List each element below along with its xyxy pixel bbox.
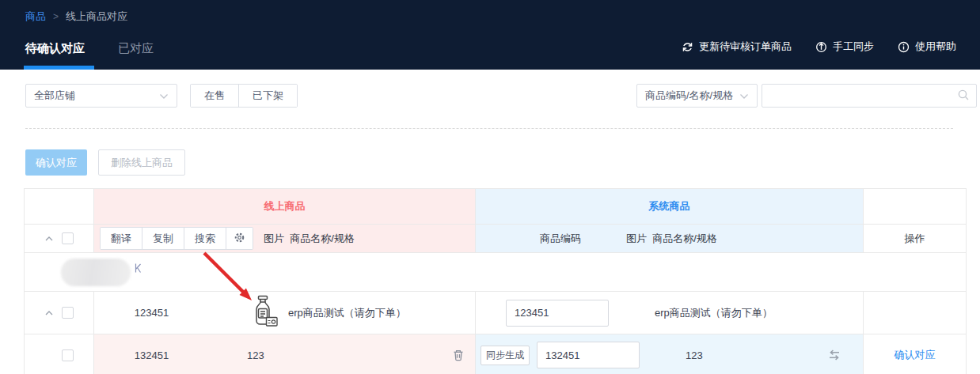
sync-generated-tag: 同步生成 [481, 346, 530, 365]
group-header-empty-cell [864, 189, 967, 225]
online-toolbar: 翻译 复制 搜索 [100, 227, 253, 250]
gear-icon [234, 232, 245, 246]
operation-cell: 确认对应 [864, 334, 967, 374]
operation-header-cell: 操作 [864, 225, 967, 253]
trash-icon[interactable] [452, 349, 465, 361]
delete-online-product-button[interactable]: 删除线上商品 [98, 149, 185, 176]
copy-button[interactable]: 复制 [142, 228, 184, 249]
search-area: 商品编码/名称/规格 [636, 84, 977, 108]
topbar: 商品 > 线上商品对应 待确认对应 已对应 更新待审核订单商品 手工同步 [0, 0, 980, 70]
breadcrumb-current: 线上商品对应 [66, 9, 127, 24]
tab-matched-label: 已对应 [118, 41, 154, 55]
product-bottle-image-icon[interactable] [247, 295, 279, 331]
refresh-pending-orders-button[interactable]: 更新待审核订单商品 [682, 40, 792, 54]
redacted-shop-name [61, 259, 131, 286]
online-product-code: 123451 [94, 307, 209, 319]
shop-select[interactable]: 全部店铺 [25, 84, 177, 108]
manual-sync-button[interactable]: 手工同步 [815, 40, 874, 54]
on-sale-button[interactable]: 在售 [191, 85, 238, 107]
system-product-group-header: 系统商品 [476, 189, 864, 225]
collapse-row-caret-icon[interactable] [44, 311, 55, 315]
system-product-cell: erp商品测试（请勿下单） [476, 292, 864, 334]
system-code-header-label: 商品编码 [540, 232, 581, 246]
chevron-down-icon [159, 90, 169, 102]
refresh-pending-orders-label: 更新待审核订单商品 [699, 40, 792, 54]
breadcrumb-root-link[interactable]: 商品 [25, 9, 46, 24]
swap-arrows-icon[interactable] [827, 349, 841, 361]
tab-matched[interactable]: 已对应 [118, 37, 154, 70]
system-product-name: 123 [686, 349, 703, 361]
breadcrumb-separator: > [53, 11, 59, 22]
upload-circle-icon [815, 41, 827, 53]
shop-select-value: 全部店铺 [34, 89, 75, 103]
table-group-header-row: 线上商品 系统商品 [25, 189, 967, 225]
row-select-cell [25, 334, 94, 374]
system-product-cell: 同步生成 123 [476, 334, 864, 374]
search-type-value: 商品编码/名称/规格 [645, 89, 733, 103]
product-match-table: 线上商品 系统商品 翻译 复制 搜索 [24, 188, 967, 374]
sale-status-button-group: 在售 已下架 [190, 84, 298, 108]
table-row: 123451 [25, 292, 967, 334]
row-select-cell [25, 292, 94, 334]
tab-pending-match[interactable]: 待确认对应 [25, 37, 85, 70]
translate-button[interactable]: 翻译 [101, 228, 142, 249]
collapse-all-caret-icon[interactable] [44, 236, 55, 241]
shop-group-cell [25, 253, 967, 292]
shop-platform-icon [134, 263, 142, 276]
tab-pending-label: 待确认对应 [25, 41, 85, 55]
row-checkbox[interactable] [62, 349, 74, 361]
system-code-input[interactable] [537, 342, 640, 368]
system-subheader-label: 图片 商品名称/规格 [626, 232, 717, 246]
online-subheader-label: 图片 商品名称/规格 [264, 232, 355, 246]
help-label: 使用帮助 [915, 40, 956, 54]
search-type-select[interactable]: 商品编码/名称/规格 [636, 84, 758, 108]
online-product-code: 132451 [94, 349, 209, 361]
select-all-checkbox[interactable] [62, 232, 74, 244]
table-sub-header-row: 翻译 复制 搜索 图片 商品名称/规格 商品编码 图片 商品名称/规格 操作 [25, 225, 967, 253]
settings-button[interactable] [226, 228, 253, 249]
online-product-group-header: 线上商品 [94, 189, 476, 225]
group-header-empty-cell [25, 189, 94, 225]
manual-sync-label: 手工同步 [833, 40, 874, 54]
bulk-actions: 确认对应 删除线上商品 [25, 149, 185, 176]
online-sub-header-cell: 翻译 复制 搜索 图片 商品名称/规格 [94, 225, 476, 253]
online-product-cell: 132451 123 [94, 334, 476, 374]
system-code-input[interactable] [506, 300, 609, 327]
operation-cell [864, 292, 967, 334]
tab-bar: 待确认对应 已对应 [25, 37, 154, 70]
help-button[interactable]: 使用帮助 [898, 40, 956, 54]
topbar-actions: 更新待审核订单商品 手工同步 使用帮助 [682, 40, 956, 54]
search-icon[interactable] [957, 89, 970, 104]
info-icon [898, 41, 910, 53]
refresh-icon [682, 41, 693, 53]
shop-group-row [25, 253, 967, 292]
active-tab-underline [24, 66, 94, 70]
row-checkbox[interactable] [62, 307, 74, 319]
online-product-cell: 123451 [94, 292, 476, 334]
select-all-cell [25, 225, 94, 253]
online-product-name: 123 [247, 349, 264, 361]
off-shelf-button[interactable]: 已下架 [238, 85, 297, 107]
confirm-match-button[interactable]: 确认对应 [25, 149, 87, 176]
system-sub-header-cell: 商品编码 图片 商品名称/规格 [476, 225, 864, 253]
table-row: 132451 123 同步生成 123 确认对应 [25, 334, 967, 374]
search-input[interactable] [770, 90, 957, 102]
chevron-down-icon [739, 90, 749, 102]
search-button[interactable]: 搜索 [184, 228, 226, 249]
system-product-name: erp商品测试（请勿下单） [655, 306, 773, 320]
dashed-divider [25, 128, 953, 129]
confirm-match-link[interactable]: 确认对应 [864, 348, 966, 362]
search-box [762, 84, 977, 108]
breadcrumb: 商品 > 线上商品对应 [25, 9, 127, 24]
online-product-name: erp商品测试（请勿下单） [288, 306, 406, 320]
